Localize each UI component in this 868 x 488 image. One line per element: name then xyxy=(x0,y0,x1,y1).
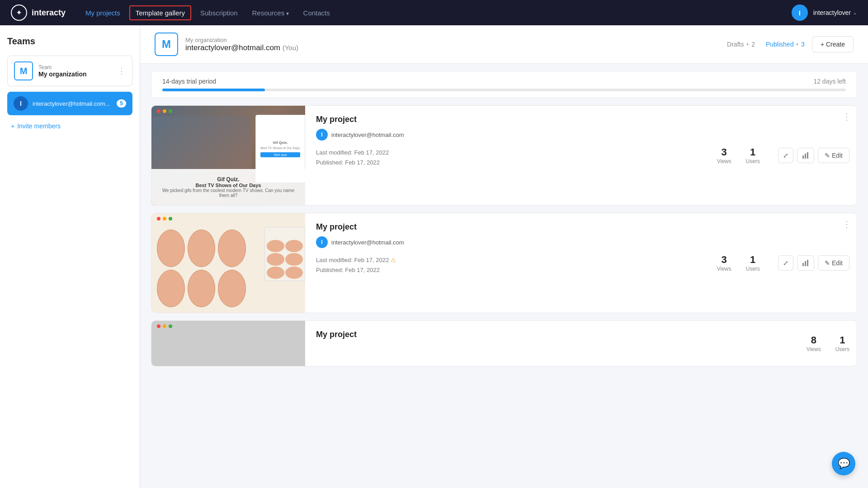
users-count: 1 xyxy=(746,254,760,266)
face-cell xyxy=(157,270,185,307)
edit-label: Edit xyxy=(832,152,843,159)
card-menu-icon[interactable]: ⋮ xyxy=(842,111,851,122)
users-stat: 1 Users xyxy=(835,334,849,352)
users-label: Users xyxy=(746,266,760,272)
trial-label: 14-days trial period xyxy=(162,78,216,85)
thumb-text-overlay: Gif Quiz. Best TV Shows of Our Days We p… xyxy=(151,169,305,205)
chevron-down-icon: ⌄ xyxy=(853,9,857,16)
stats-button[interactable] xyxy=(797,148,814,163)
navbar: ✦ interacty My projects Template gallery… xyxy=(0,0,868,25)
open-icon: ⤢ xyxy=(783,259,788,267)
project-thumbnail xyxy=(151,213,305,313)
sidebar-title: Teams xyxy=(7,36,132,47)
project-card: My project 8 Views 1 Users xyxy=(151,320,857,366)
dot-red xyxy=(157,324,160,328)
project-title: My project xyxy=(316,222,695,232)
card-menu-icon[interactable]: ⋮ xyxy=(842,219,851,230)
trial-bar: 14-days trial period 12 days left xyxy=(151,71,857,98)
drafts-label: Drafts xyxy=(727,41,744,48)
views-count: 3 xyxy=(717,146,731,158)
project-title: My project xyxy=(316,330,788,339)
team-info: Team My organization xyxy=(38,64,112,78)
project-card: My project I interactylover@hotmail.com … xyxy=(151,213,857,313)
edit-button[interactable]: ✎ Edit xyxy=(818,255,849,271)
member-email: interactylover@hotmail.com... xyxy=(33,100,112,107)
project-title: My project xyxy=(316,115,695,124)
project-dates: Last modified: Feb 17, 2022 Published: F… xyxy=(316,148,695,168)
nav-my-projects[interactable]: My projects xyxy=(80,6,126,19)
nav-template-gallery[interactable]: Template gallery xyxy=(129,5,191,20)
nav-contacts[interactable]: Contacts xyxy=(298,6,335,19)
project-stats: 8 Views 1 Users xyxy=(799,321,857,366)
users-stat: 1 Users xyxy=(746,254,760,272)
org-email: interactylover@hotmail.com (You) xyxy=(185,43,720,52)
email-text: interactylover@hotmail.com xyxy=(185,43,280,52)
edit-button[interactable]: ✎ Edit xyxy=(818,148,849,163)
user-name: interactylover xyxy=(813,9,851,16)
small-face xyxy=(267,267,284,279)
dot-red xyxy=(157,217,160,221)
project-info: My project I interactylover@hotmail.com … xyxy=(305,106,706,205)
views-stat: 8 Views xyxy=(807,334,821,352)
users-stat: 1 Users xyxy=(746,146,760,164)
small-face xyxy=(285,240,303,252)
author-avatar: I xyxy=(316,236,328,248)
trial-progress-fill xyxy=(162,89,265,91)
mockup-subtitle: Best TV Shows of Our Days xyxy=(260,146,300,150)
face-cell xyxy=(218,230,246,267)
users-count: 1 xyxy=(746,146,760,158)
invite-members-button[interactable]: + Invite members xyxy=(7,121,64,131)
brand-icon: ✦ xyxy=(11,5,27,21)
chat-fab-button[interactable]: 💬 xyxy=(832,452,855,475)
nav-resources[interactable]: Resources xyxy=(247,6,294,19)
nav-links: My projects Template gallery Subscriptio… xyxy=(80,5,777,20)
drafts-count: 2 xyxy=(751,41,755,48)
stats-icon xyxy=(802,259,809,267)
stats-button[interactable] xyxy=(797,255,814,271)
published-count: 3 xyxy=(801,41,805,48)
sidebar: Teams M Team My organization ⋮ I interac… xyxy=(0,25,140,488)
views-count: 3 xyxy=(717,254,731,266)
dot-yellow xyxy=(163,217,166,221)
published-stat[interactable]: Published • 3 xyxy=(766,41,805,48)
nav-subscription[interactable]: Subscription xyxy=(195,6,243,19)
trial-info: 14-days trial period 12 days left xyxy=(162,78,846,85)
svg-rect-5 xyxy=(807,260,808,266)
member-card[interactable]: I interactylover@hotmail.com... 5 xyxy=(7,92,132,115)
thumb-overlay-subtitle: Best TV Shows of Our Days xyxy=(159,183,298,188)
face-cell xyxy=(188,230,216,267)
face-cell xyxy=(157,230,185,267)
main-content: M My organization interactylover@hotmail… xyxy=(140,25,868,488)
org-name: My organization xyxy=(185,37,720,43)
views-label: Views xyxy=(717,158,731,164)
main-layout: Teams M Team My organization ⋮ I interac… xyxy=(0,25,868,488)
thumb-dots xyxy=(157,217,172,221)
mockup-cta: Start quiz xyxy=(260,152,300,157)
projects-area: Gif Quiz. Best TV Shows of Our Days Star… xyxy=(140,105,868,385)
user-menu[interactable]: interactylover ⌄ xyxy=(813,9,857,16)
open-button[interactable]: ⤢ xyxy=(778,255,793,271)
views-label: Views xyxy=(807,346,821,352)
project-stats: 3 Views 1 Users xyxy=(706,213,771,313)
chat-icon: 💬 xyxy=(838,458,850,469)
org-header: M My organization interactylover@hotmail… xyxy=(140,25,868,64)
author-avatar: I xyxy=(316,129,328,141)
team-avatar: M xyxy=(14,61,33,80)
team-card[interactable]: M Team My organization ⋮ xyxy=(7,56,132,86)
org-stats: Drafts • 2 Published • 3 xyxy=(727,41,805,48)
create-button[interactable]: + Create xyxy=(812,36,854,52)
open-button[interactable]: ⤢ xyxy=(778,148,793,163)
team-menu-icon[interactable]: ⋮ xyxy=(118,66,126,76)
thumb-overlay-caption: We picked gifs from the coolest modern T… xyxy=(159,188,298,198)
published-link[interactable]: Published • 3 xyxy=(766,41,805,48)
brand-logo[interactable]: ✦ interacty xyxy=(11,5,66,21)
thumb-overlay-title: Gif Quiz. xyxy=(159,176,298,183)
views-count: 8 xyxy=(807,334,821,346)
last-modified: Last modified: Feb 17, 2022 ⚠ xyxy=(316,255,695,265)
views-stat: 3 Views xyxy=(717,254,731,272)
small-face xyxy=(267,240,284,252)
mockup-title: Gif Quiz. xyxy=(260,141,300,145)
small-face xyxy=(285,253,303,265)
last-modified: Last modified: Feb 17, 2022 xyxy=(316,148,695,158)
thumb-dots xyxy=(157,109,172,113)
